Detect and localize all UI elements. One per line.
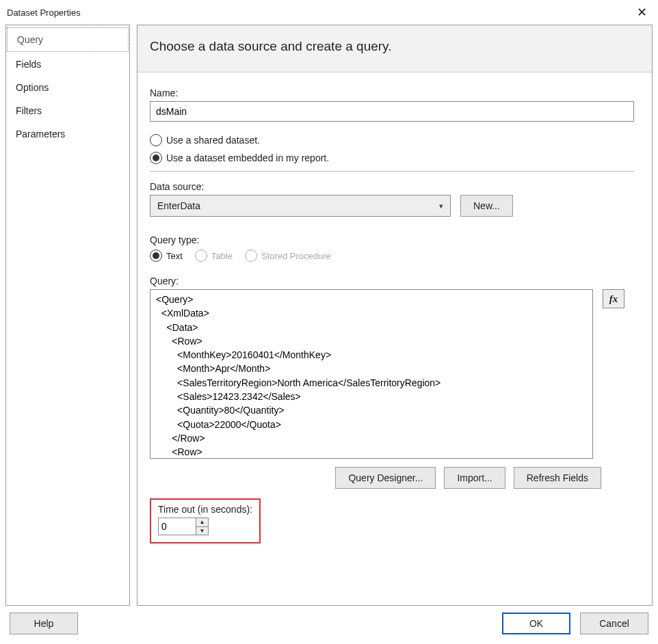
query-label: Query: [150,276,640,286]
page-heading: Choose a data source and create a query. [137,25,652,72]
refresh-fields-button[interactable]: Refresh Fields [514,467,601,489]
sidebar-item-query[interactable]: Query [7,27,129,52]
separator [150,171,634,172]
radio-query-type-text[interactable] [150,250,162,262]
radio-query-type-text-label: Text [166,251,183,261]
query-designer-button[interactable]: Query Designer... [335,467,436,489]
window-title: Dataset Properties [7,8,81,18]
timeout-highlight: Time out (in seconds): ▲ ▼ [150,498,261,544]
timeout-input[interactable] [159,518,196,535]
ok-button[interactable]: OK [502,613,570,634]
name-input[interactable] [150,101,634,122]
radio-query-type-table [195,250,207,262]
import-button[interactable]: Import... [444,467,505,489]
query-textarea[interactable] [150,289,593,459]
data-source-dropdown[interactable]: EnterData ▾ [150,195,451,217]
close-icon[interactable]: ✕ [633,4,650,21]
spinner-down-icon[interactable]: ▼ [196,527,208,535]
radio-query-type-stored [245,250,257,262]
radio-shared-dataset[interactable] [150,134,162,146]
radio-embedded-dataset[interactable] [150,152,162,164]
sidebar-item-fields[interactable]: Fields [6,53,129,76]
sidebar-item-parameters[interactable]: Parameters [6,122,129,146]
cancel-button[interactable]: Cancel [580,613,648,634]
content-pane: Choose a data source and create a query.… [137,25,653,606]
name-label: Name: [150,88,640,98]
sidebar-item-filters[interactable]: Filters [6,99,129,122]
chevron-down-icon: ▾ [439,202,443,211]
spinner-up-icon[interactable]: ▲ [196,518,208,527]
help-button[interactable]: Help [10,613,78,634]
timeout-spinner[interactable]: ▲ ▼ [158,518,209,535]
radio-query-type-table-label: Table [211,251,233,261]
data-source-value: EnterData [157,200,200,211]
radio-query-type-stored-label: Stored Procedure [261,251,331,261]
new-data-source-button[interactable]: New... [460,195,513,217]
sidebar-item-options[interactable]: Options [6,76,129,99]
radio-shared-dataset-label: Use a shared dataset. [166,135,260,146]
data-source-label: Data source: [150,181,640,192]
timeout-label: Time out (in seconds): [158,504,252,515]
expression-fx-button[interactable]: fx [603,289,624,308]
query-type-label: Query type: [150,234,640,245]
sidebar: Query Fields Options Filters Parameters [5,25,130,606]
radio-embedded-dataset-label: Use a dataset embedded in my report. [166,152,329,163]
